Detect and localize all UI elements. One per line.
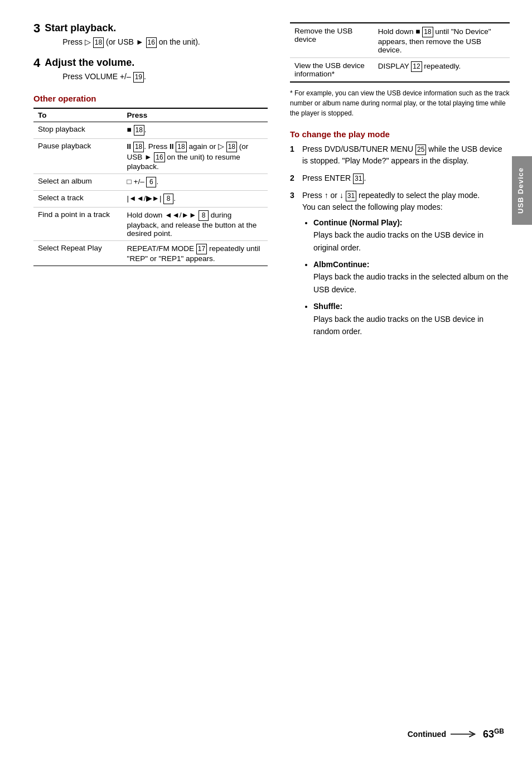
table-row: Select a track |◄◄/▶►| 8. [33, 191, 268, 208]
play-modes-list: Continue (Normal Play): Plays back the a… [302, 216, 510, 338]
table-cell-press: II 18. Press II 18 again or ▷ 18 (or USB… [123, 138, 268, 174]
table-cell-to: Select Repeat Play [33, 240, 123, 266]
table-cell-press: Hold down ■ 18 until "No Device" appears… [374, 23, 510, 57]
mode-title-3: Shuffle: [313, 302, 342, 311]
mode-desc-2: Plays back the audio tracks in the selec… [313, 272, 508, 293]
table-row: Find a point in a track Hold down ◄◄/►► … [33, 207, 268, 240]
key-12: 12 [411, 61, 422, 72]
right-column: Remove the USB device Hold down ■ 18 unt… [290, 22, 510, 348]
table-cell-to: View the USB device information* [290, 57, 374, 82]
key-25: 25 [415, 144, 426, 155]
table-cell-to: Select an album [33, 174, 123, 191]
right-table: Remove the USB device Hold down ■ 18 unt… [290, 22, 510, 83]
step-3: 3 Start playback. Press ▷ 18 (or USB ► 1… [33, 22, 268, 48]
step-num-3: 3 [290, 190, 299, 343]
list-item: Shuffle: Plays back the audio tracks on … [313, 300, 510, 337]
table-cell-press: Hold down ◄◄/►► 8 during playback, and r… [123, 207, 268, 240]
mode-title-2: AlbmContinue: [313, 260, 369, 269]
step-text-2: Press ENTER 31. [302, 172, 366, 184]
step-text-3: Press ↑ or ↓ 31 repeatedly to select the… [302, 190, 510, 343]
step-num-2: 2 [290, 172, 299, 184]
step-4-title: Adjust the volume. [45, 57, 268, 69]
step-text-1: Press DVD/USB/TUNER MENU 25 while the US… [302, 143, 510, 167]
step-4: 4 Adjust the volume. Press VOLUME +/– 19… [33, 57, 268, 83]
step-num-1: 1 [290, 143, 299, 167]
side-tab: USB Device [512, 156, 532, 225]
list-item: AlbmContinue: Plays back the audio track… [313, 258, 510, 296]
table-header-press: Press [123, 108, 268, 122]
step-4-body: Press VOLUME +/– 19. [62, 71, 268, 83]
table-row: Stop playback ■ 18. [33, 122, 268, 139]
key-18b: 18 [133, 142, 144, 152]
step-3-body: Press ▷ 18 (or USB ► 16 on the unit). [62, 36, 268, 48]
key-8a: 8 [163, 194, 173, 204]
key-18: 18 [93, 37, 104, 48]
play-mode-step-2: 2 Press ENTER 31. [290, 172, 510, 184]
table-cell-to: Remove the USB device [290, 23, 374, 57]
play-mode-step-3: 3 Press ↑ or ↓ 31 repeatedly to select t… [290, 190, 510, 343]
page-number: 63GB [483, 727, 504, 740]
table-header-to: To [33, 108, 123, 122]
key-6: 6 [146, 177, 156, 187]
continued-arrow-icon [451, 729, 478, 740]
table-cell-press: |◄◄/▶►| 8. [123, 191, 268, 208]
key-19: 19 [133, 72, 144, 83]
step-3-title: Start playback. [45, 22, 268, 34]
play-mode-step-1: 1 Press DVD/USB/TUNER MENU 25 while the … [290, 143, 510, 167]
table-cell-to: Select a track [33, 191, 123, 208]
mode-desc-1: Plays back the audio tracks on the USB d… [313, 230, 483, 252]
key-16b: 16 [154, 152, 165, 163]
key-18a: 18 [134, 125, 144, 136]
key-31b: 31 [346, 191, 356, 201]
table-cell-press: DISPLAY 12 repeatedly. [374, 57, 510, 82]
two-col-layout: 3 Start playback. Press ▷ 18 (or USB ► 1… [33, 22, 510, 348]
list-item: Continue (Normal Play): Plays back the a… [313, 216, 510, 254]
table-row: Pause playback II 18. Press II 18 again … [33, 138, 268, 174]
table-cell-press: ■ 18. [123, 122, 268, 139]
table-row: Select an album □ +/– 6. [33, 174, 268, 191]
other-operation-table: To Press Stop playback ■ 18. Pause playb… [33, 108, 268, 266]
step-3-number: 3 [33, 22, 40, 35]
table-row: View the USB device information* DISPLAY… [290, 57, 510, 82]
other-operation-heading: Other operation [33, 94, 268, 103]
table-cell-to: Find a point in a track [33, 207, 123, 240]
mode-title-1: Continue (Normal Play): [313, 218, 402, 227]
key-16: 16 [146, 37, 157, 48]
table-cell-to: Pause playback [33, 138, 123, 174]
key-18c: 18 [176, 142, 186, 152]
play-mode-heading: To change the play mode [290, 129, 510, 139]
page-container: USB Device 3 Start playback. Press ▷ 18 … [0, 0, 532, 757]
table-row: Remove the USB device Hold down ■ 18 unt… [290, 23, 510, 57]
table-cell-press: REPEAT/FM MODE 17 repeatedly until "REP"… [123, 240, 268, 266]
footnote: * For example, you can view the USB devi… [290, 88, 510, 118]
table-row: Select Repeat Play REPEAT/FM MODE 17 rep… [33, 240, 268, 266]
step-4-number: 4 [33, 57, 40, 69]
key-18e: 18 [422, 27, 433, 37]
key-8b: 8 [199, 210, 209, 221]
key-17: 17 [196, 244, 207, 254]
mode-desc-3: Plays back the audio tracks on the USB d… [313, 315, 483, 336]
table-cell-to: Stop playback [33, 122, 123, 139]
key-31a: 31 [353, 173, 364, 184]
key-18d: 18 [226, 142, 237, 152]
bottom-bar: Continued 63GB [408, 727, 504, 740]
table-cell-press: □ +/– 6. [123, 174, 268, 191]
left-column: 3 Start playback. Press ▷ 18 (or USB ► 1… [33, 22, 268, 348]
continued-label: Continued [408, 730, 446, 739]
